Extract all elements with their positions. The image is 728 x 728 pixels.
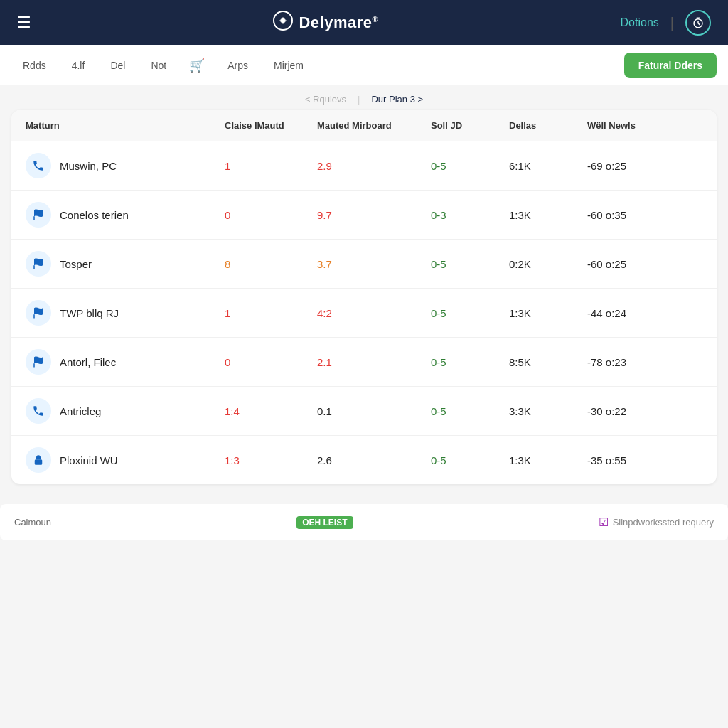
row-icon-phone	[26, 398, 51, 424]
row-icon-flag	[26, 202, 51, 228]
table-row[interactable]: Conelos terien 0 9.7 0-3 1:3K -60 o:35	[11, 191, 717, 240]
row-well: -35 o:55	[587, 454, 680, 466]
row-mauted: 2.9	[317, 160, 431, 172]
row-well: -60 o:35	[587, 209, 680, 221]
row-claise: 1:3	[225, 454, 317, 466]
footer-right-label: Slinpdworkssted requery	[613, 517, 714, 528]
row-claise: 0	[225, 209, 317, 221]
row-name-cell: Ploxinid WU	[26, 447, 225, 473]
svg-point-1	[281, 18, 285, 23]
header-left: ☰	[17, 15, 31, 31]
logo-text: Delymare®	[299, 14, 378, 32]
row-mauted: 2.1	[317, 356, 431, 368]
row-soll: 0-3	[431, 209, 509, 221]
row-soll: 0-5	[431, 258, 509, 270]
row-icon-flag	[26, 251, 51, 277]
col-header-claise: Claise IMautd	[225, 120, 317, 131]
row-soll: 0-5	[431, 307, 509, 319]
pagination-separator: |	[358, 94, 360, 105]
row-name: Antorl, Filec	[60, 356, 116, 368]
row-name-cell: Antorl, Filec	[26, 349, 225, 375]
row-dellas: 8:5K	[509, 356, 587, 368]
row-dellas: 0:2K	[509, 258, 587, 270]
tab-not[interactable]: Not	[139, 54, 178, 77]
col-header-soll: Soll JD	[431, 120, 509, 131]
tab-cart-icon[interactable]: 🛒	[181, 52, 213, 79]
cta-button[interactable]: Fatural Dders	[624, 53, 717, 78]
current-page[interactable]: Dur Plan 3 >	[371, 94, 423, 105]
table-row[interactable]: Ploxinid WU 1:3 2.6 0-5 1:3K -35 o:55	[11, 436, 717, 484]
row-name-cell: Tosper	[26, 251, 225, 277]
table-row[interactable]: Antorl, Filec 0 2.1 0-5 8:5K -78 o:23	[11, 338, 717, 387]
pagination-row: < Rquievs | Dur Plan 3 >	[11, 85, 717, 110]
row-dellas: 1:3K	[509, 209, 587, 221]
col-header-well: Wëll Newls	[587, 120, 680, 131]
tab-rdds[interactable]: Rdds	[11, 54, 58, 77]
col-header-name: Matturn	[26, 120, 225, 131]
row-claise: 1:4	[225, 405, 317, 417]
table-row[interactable]: Antricleg 1:4 0.1 0-5 3:3K -30 o:22	[11, 387, 717, 436]
tab-bar: Rdds 4.lf Del Not 🛒 Arps Mirjem Fatural …	[0, 46, 728, 85]
timer-icon[interactable]	[685, 10, 711, 36]
row-icon-phone	[26, 153, 51, 178]
col-header-dellas: Dellas	[509, 120, 587, 131]
row-dellas: 1:3K	[509, 307, 587, 319]
row-well: -78 o:23	[587, 356, 680, 368]
row-name: TWP bllq RJ	[60, 307, 119, 319]
row-well: -30 o:22	[587, 405, 680, 417]
header-right: Dotions |	[621, 10, 711, 36]
row-claise: 1	[225, 307, 317, 319]
row-mauted: 2.6	[317, 454, 431, 466]
checkbox-icon: ☑	[599, 515, 609, 529]
row-well: -60 o:25	[587, 258, 680, 270]
row-claise: 0	[225, 356, 317, 368]
row-name-cell: Antricleg	[26, 398, 225, 424]
row-icon-flag	[26, 349, 51, 375]
row-mauted: 4:2	[317, 307, 431, 319]
row-name: Muswin, PC	[60, 160, 117, 172]
data-table: Matturn Claise IMautd Mauted Mirboard So…	[11, 110, 717, 484]
table-row[interactable]: Muswin, PC 1 2.9 0-5 6:1K -69 o:25	[11, 141, 717, 191]
row-dellas: 1:3K	[509, 454, 587, 466]
prev-page[interactable]: < Rquievs	[305, 94, 346, 105]
col-header-mauted: Mauted Mirboard	[317, 120, 431, 131]
row-soll: 0-5	[431, 356, 509, 368]
svg-rect-7	[35, 459, 43, 465]
tab-arps[interactable]: Arps	[216, 54, 259, 77]
row-mauted: 9.7	[317, 209, 431, 221]
row-icon-lock	[26, 447, 51, 473]
row-dellas: 6:1K	[509, 160, 587, 172]
row-soll: 0-5	[431, 454, 509, 466]
row-mauted: 0.1	[317, 405, 431, 417]
row-name: Tosper	[60, 258, 92, 270]
dotions-link[interactable]: Dotions	[621, 16, 659, 29]
table-row[interactable]: Tosper 8 3.7 0-5 0:2K -60 o:25	[11, 240, 717, 289]
footer-right: ☑ Slinpdworkssted requery	[599, 515, 714, 529]
header-center: Delymare®	[273, 11, 378, 35]
tab-4lf[interactable]: 4.lf	[60, 54, 97, 77]
logo-icon	[273, 11, 293, 35]
footer-badge: OEH LEIST	[296, 516, 353, 529]
table-body: Muswin, PC 1 2.9 0-5 6:1K -69 o:25 Conel…	[11, 141, 717, 484]
footer-center: OEH LEIST	[296, 516, 353, 529]
tab-mirjem[interactable]: Mirjem	[262, 54, 315, 77]
row-well: -69 o:25	[587, 160, 680, 172]
table-row[interactable]: TWP bllq RJ 1 4:2 0-5 1:3K -44 o:24	[11, 289, 717, 338]
app-header: ☰ Delymare® Dotions |	[0, 0, 728, 46]
row-soll: 0-5	[431, 405, 509, 417]
tab-del[interactable]: Del	[99, 54, 136, 77]
menu-icon[interactable]: ☰	[17, 15, 31, 31]
row-mauted: 3.7	[317, 258, 431, 270]
row-name: Conelos terien	[60, 209, 129, 221]
row-name-cell: TWP bllq RJ	[26, 300, 225, 326]
footer: Calmoun OEH LEIST ☑ Slinpdworkssted requ…	[0, 504, 728, 540]
row-well: -44 o:24	[587, 307, 680, 319]
row-name: Antricleg	[60, 405, 101, 417]
row-name-cell: Conelos terien	[26, 202, 225, 228]
header-divider: |	[670, 15, 674, 31]
row-name-cell: Muswin, PC	[26, 153, 225, 178]
row-icon-flag	[26, 300, 51, 326]
row-name: Ploxinid WU	[60, 454, 118, 466]
main-content: < Rquievs | Dur Plan 3 > Matturn Claise …	[0, 85, 728, 496]
row-claise: 1	[225, 160, 317, 172]
